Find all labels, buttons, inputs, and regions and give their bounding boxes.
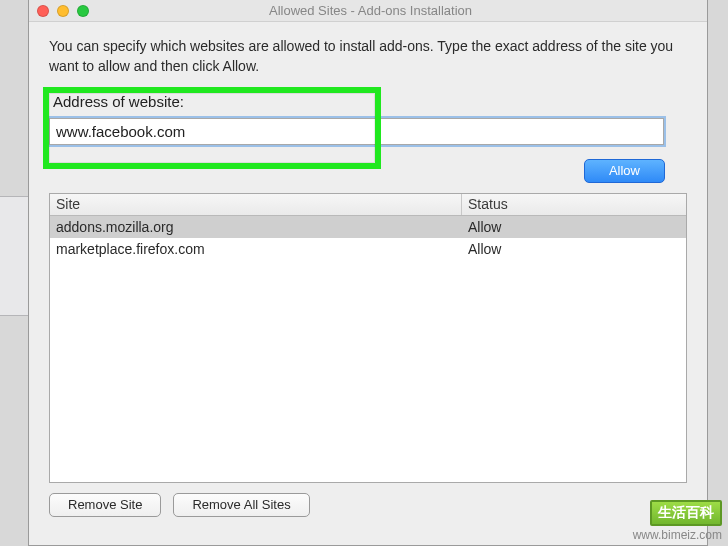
watermark-badge: 生活百科	[650, 500, 722, 526]
sites-table: Site Status addons.mozilla.org Allow mar…	[49, 193, 687, 483]
titlebar: Allowed Sites - Add-ons Installation	[29, 0, 707, 22]
cell-site: marketplace.firefox.com	[50, 241, 462, 257]
allowed-sites-dialog: Allowed Sites - Add-ons Installation You…	[28, 0, 708, 546]
address-section: Address of website:	[49, 93, 687, 145]
watermark-url: www.bimeiz.com	[633, 528, 722, 542]
remove-all-sites-button[interactable]: Remove All Sites	[173, 493, 309, 517]
cell-status: Allow	[462, 241, 686, 257]
dialog-description: You can specify which websites are allow…	[49, 36, 687, 77]
table-body: addons.mozilla.org Allow marketplace.fir…	[50, 216, 686, 482]
bottom-toolbar: Remove Site Remove All Sites	[29, 483, 707, 517]
table-header: Site Status	[50, 194, 686, 216]
cell-site: addons.mozilla.org	[50, 219, 462, 235]
window-title: Allowed Sites - Add-ons Installation	[42, 3, 699, 18]
table-row[interactable]: marketplace.firefox.com Allow	[50, 238, 686, 260]
address-label: Address of website:	[53, 93, 687, 110]
allow-button[interactable]: Allow	[584, 159, 665, 183]
remove-site-button[interactable]: Remove Site	[49, 493, 161, 517]
address-input[interactable]	[49, 118, 664, 145]
table-row[interactable]: addons.mozilla.org Allow	[50, 216, 686, 238]
cell-status: Allow	[462, 219, 686, 235]
column-header-site[interactable]: Site	[50, 194, 462, 215]
column-header-status[interactable]: Status	[462, 194, 686, 215]
watermark: 生活百科 www.bimeiz.com	[633, 500, 722, 542]
